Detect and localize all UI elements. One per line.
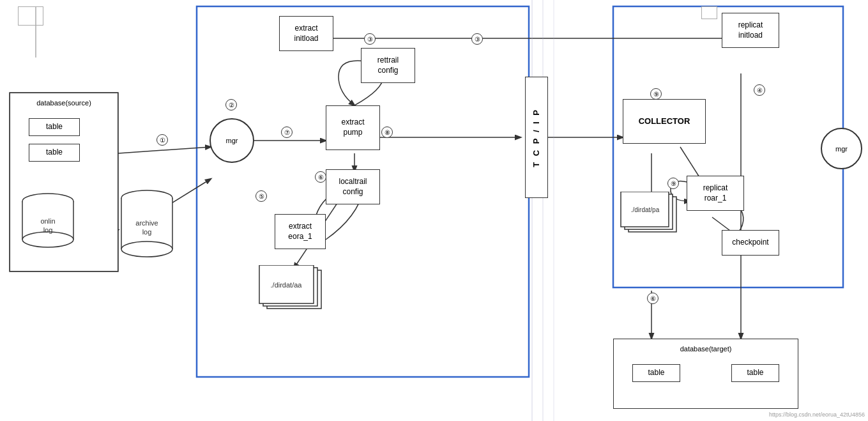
svg-text:log: log bbox=[43, 226, 53, 234]
num-5: ⑤ bbox=[255, 190, 267, 202]
svg-text:archive: archive bbox=[135, 219, 158, 227]
mgr-left: mgr bbox=[209, 118, 254, 163]
svg-text:onlin: onlin bbox=[40, 217, 55, 225]
replicat-roar1: replicat roar_1 bbox=[687, 176, 744, 211]
tcp-ip: T C P / I P bbox=[525, 77, 548, 198]
table1-src: table bbox=[29, 118, 80, 136]
extract-eora1: extract eora_1 bbox=[275, 214, 326, 249]
extract-initload: extract initload bbox=[279, 16, 333, 51]
dirdat-pa: ./dirdat/pa bbox=[617, 192, 684, 243]
table2-src: table bbox=[29, 144, 80, 162]
rettrail-config: rettrail config bbox=[361, 48, 415, 83]
diagram: database(source) table table onlin log a… bbox=[0, 0, 868, 421]
svg-text:log: log bbox=[142, 228, 152, 236]
archive-log-cylinder: archive log bbox=[118, 188, 176, 262]
corner-marker-tr bbox=[701, 6, 717, 19]
corner-marker bbox=[18, 6, 43, 26]
top-left-line bbox=[35, 6, 37, 57]
num-2: ② bbox=[225, 99, 237, 111]
replicat-initload: replicat initload bbox=[722, 13, 779, 48]
svg-point-26 bbox=[22, 232, 73, 247]
num-8: ⑧ bbox=[381, 126, 393, 138]
database-target-label: database(target) bbox=[680, 344, 732, 353]
table1-tgt: table bbox=[632, 364, 680, 382]
mgr-right: mgr bbox=[821, 128, 862, 169]
num-3: ③ bbox=[364, 33, 376, 45]
num-6: ⑥ bbox=[315, 171, 326, 183]
localtrail-config: localtrail config bbox=[326, 169, 380, 204]
num-9: ⑨ bbox=[650, 88, 662, 100]
num-4: ④ bbox=[754, 84, 765, 96]
watermark: https://blog.csdn.net/eorua_42tU4856 bbox=[769, 411, 865, 418]
onlin-log-cylinder: onlin log bbox=[19, 192, 77, 249]
checkpoint-box: checkpoint bbox=[722, 230, 779, 256]
svg-line-3 bbox=[118, 147, 211, 153]
dirdat-aa: ./dirdat/aa bbox=[255, 265, 332, 316]
num-7: ⑦ bbox=[281, 126, 293, 138]
num-down: ⑥ bbox=[647, 293, 659, 304]
collector-box: COLLECTOR bbox=[623, 99, 706, 144]
num-1: ① bbox=[156, 134, 168, 146]
svg-point-33 bbox=[121, 241, 172, 257]
extract-pump: extract pump bbox=[326, 105, 380, 150]
table2-tgt: table bbox=[731, 364, 779, 382]
num-9b: ⑨ bbox=[667, 178, 679, 189]
svg-text:./dirdat/pa: ./dirdat/pa bbox=[631, 206, 660, 213]
num-3b: ③ bbox=[471, 33, 483, 45]
svg-text:./dirdat/aa: ./dirdat/aa bbox=[271, 281, 303, 289]
database-source-label: database(source) bbox=[36, 98, 91, 107]
